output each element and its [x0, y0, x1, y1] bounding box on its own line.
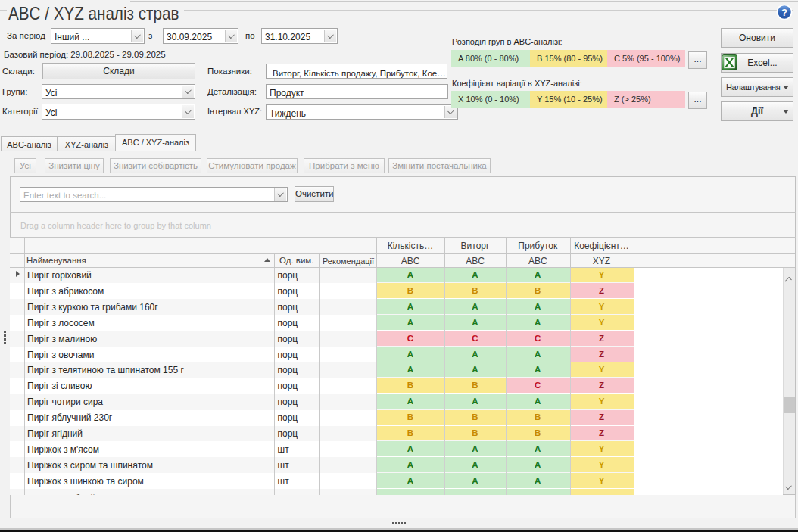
- svg-text:?: ?: [781, 7, 787, 18]
